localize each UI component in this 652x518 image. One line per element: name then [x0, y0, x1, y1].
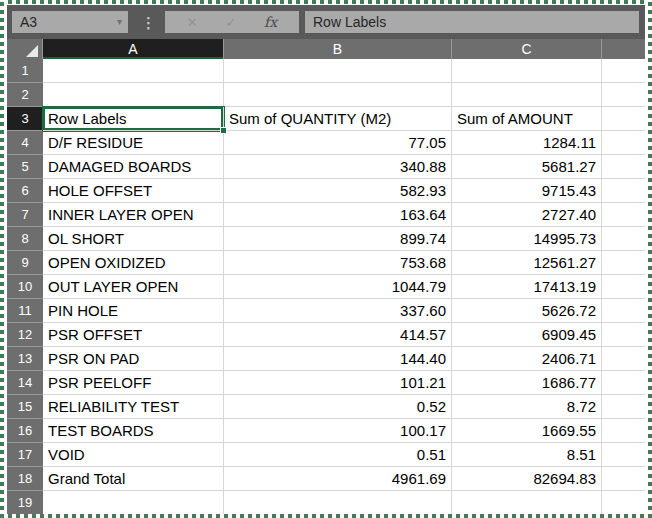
row-header-18[interactable]: 18 — [7, 467, 43, 491]
cell-D2[interactable] — [602, 83, 645, 107]
cancel-icon[interactable]: ✕ — [187, 15, 198, 30]
cell-D3[interactable] — [602, 107, 645, 131]
row-header-19[interactable]: 19 — [7, 491, 43, 515]
cell-A5[interactable]: DAMAGED BOARDS — [43, 155, 224, 179]
cell-C18[interactable]: 82694.83 — [452, 467, 602, 491]
confirm-icon[interactable]: ✓ — [225, 15, 236, 30]
row-header-9[interactable]: 9 — [7, 251, 43, 275]
insert-function-icon[interactable]: fx — [264, 14, 277, 30]
row-header-6[interactable]: 6 — [7, 179, 43, 203]
cell-C3[interactable]: Sum of AMOUNT — [452, 107, 602, 131]
cell-A1[interactable] — [43, 59, 224, 83]
cell-B17[interactable]: 0.51 — [224, 443, 452, 467]
cell-C11[interactable]: 5626.72 — [452, 299, 602, 323]
cell-A2[interactable] — [43, 83, 224, 107]
cell-A15[interactable]: RELIABILITY TEST — [43, 395, 224, 419]
cell-C16[interactable]: 1669.55 — [452, 419, 602, 443]
cell-B12[interactable]: 414.57 — [224, 323, 452, 347]
cell-A12[interactable]: PSR OFFSET — [43, 323, 224, 347]
cell-C17[interactable]: 8.51 — [452, 443, 602, 467]
cell-D11[interactable] — [602, 299, 645, 323]
cell-A13[interactable]: PSR ON PAD — [43, 347, 224, 371]
cell-C10[interactable]: 17413.19 — [452, 275, 602, 299]
cell-D5[interactable] — [602, 155, 645, 179]
cell-B11[interactable]: 337.60 — [224, 299, 452, 323]
row-header-11[interactable]: 11 — [7, 299, 43, 323]
cell-A3[interactable]: Row Labels — [43, 107, 224, 131]
cell-B4[interactable]: 77.05 — [224, 131, 452, 155]
formula-bar-input[interactable]: Row Labels — [305, 11, 639, 33]
cell-B3[interactable]: Sum of QUANTITY (M2) — [224, 107, 452, 131]
row-header-8[interactable]: 8 — [7, 227, 43, 251]
cell-C1[interactable] — [452, 59, 602, 83]
cell-B19[interactable] — [224, 491, 452, 515]
cell-A9[interactable]: OPEN OXIDIZED — [43, 251, 224, 275]
cell-B5[interactable]: 340.88 — [224, 155, 452, 179]
cell-A8[interactable]: OL SHORT — [43, 227, 224, 251]
column-header-d-partial[interactable] — [602, 39, 645, 59]
cell-D7[interactable] — [602, 203, 645, 227]
cell-C4[interactable]: 1284.11 — [452, 131, 602, 155]
row-header-16[interactable]: 16 — [7, 419, 43, 443]
cell-B15[interactable]: 0.52 — [224, 395, 452, 419]
cell-A4[interactable]: D/F RESIDUE — [43, 131, 224, 155]
row-header-10[interactable]: 10 — [7, 275, 43, 299]
cell-B10[interactable]: 1044.79 — [224, 275, 452, 299]
row-header-14[interactable]: 14 — [7, 371, 43, 395]
cell-C7[interactable]: 2727.40 — [452, 203, 602, 227]
cell-C15[interactable]: 8.72 — [452, 395, 602, 419]
cell-D8[interactable] — [602, 227, 645, 251]
cell-A16[interactable]: TEST BOARDS — [43, 419, 224, 443]
cell-D6[interactable] — [602, 179, 645, 203]
row-header-15[interactable]: 15 — [7, 395, 43, 419]
cell-A11[interactable]: PIN HOLE — [43, 299, 224, 323]
column-header-c[interactable]: C — [452, 39, 602, 59]
row-header-12[interactable]: 12 — [7, 323, 43, 347]
cell-D16[interactable] — [602, 419, 645, 443]
cell-B1[interactable] — [224, 59, 452, 83]
cell-D9[interactable] — [602, 251, 645, 275]
cell-B16[interactable]: 100.17 — [224, 419, 452, 443]
cell-B9[interactable]: 753.68 — [224, 251, 452, 275]
cell-B2[interactable] — [224, 83, 452, 107]
row-header-17[interactable]: 17 — [7, 443, 43, 467]
row-header-3[interactable]: 3 — [7, 107, 43, 131]
row-header-2[interactable]: 2 — [7, 83, 43, 107]
row-header-4[interactable]: 4 — [7, 131, 43, 155]
cell-C2[interactable] — [452, 83, 602, 107]
name-box-dropdown-icon[interactable]: ▾ — [117, 17, 122, 27]
cell-D12[interactable] — [602, 323, 645, 347]
cell-D4[interactable] — [602, 131, 645, 155]
cell-D15[interactable] — [602, 395, 645, 419]
cell-C13[interactable]: 2406.71 — [452, 347, 602, 371]
column-header-a[interactable]: A — [43, 39, 224, 59]
cell-D10[interactable] — [602, 275, 645, 299]
column-header-b[interactable]: B — [224, 39, 452, 59]
cell-A7[interactable]: INNER LAYER OPEN — [43, 203, 224, 227]
cell-C19[interactable] — [452, 491, 602, 515]
cell-C8[interactable]: 14995.73 — [452, 227, 602, 251]
cell-D19[interactable] — [602, 491, 645, 515]
cell-C12[interactable]: 6909.45 — [452, 323, 602, 347]
cell-C5[interactable]: 5681.27 — [452, 155, 602, 179]
cell-A14[interactable]: PSR PEELOFF — [43, 371, 224, 395]
row-header-1[interactable]: 1 — [7, 59, 43, 83]
row-header-7[interactable]: 7 — [7, 203, 43, 227]
cell-B14[interactable]: 101.21 — [224, 371, 452, 395]
cell-A6[interactable]: HOLE OFFSET — [43, 179, 224, 203]
cell-B18[interactable]: 4961.69 — [224, 467, 452, 491]
name-box[interactable]: A3 ▾ — [12, 11, 128, 33]
cell-B13[interactable]: 144.40 — [224, 347, 452, 371]
cell-A18[interactable]: Grand Total — [43, 467, 224, 491]
cell-C14[interactable]: 1686.77 — [452, 371, 602, 395]
cell-B6[interactable]: 582.93 — [224, 179, 452, 203]
cell-A17[interactable]: VOID — [43, 443, 224, 467]
cell-A10[interactable]: OUT LAYER OPEN — [43, 275, 224, 299]
row-header-13[interactable]: 13 — [7, 347, 43, 371]
row-header-5[interactable]: 5 — [7, 155, 43, 179]
cell-C9[interactable]: 12561.27 — [452, 251, 602, 275]
cell-D13[interactable] — [602, 347, 645, 371]
cell-B8[interactable]: 899.74 — [224, 227, 452, 251]
cell-D14[interactable] — [602, 371, 645, 395]
cell-B7[interactable]: 163.64 — [224, 203, 452, 227]
